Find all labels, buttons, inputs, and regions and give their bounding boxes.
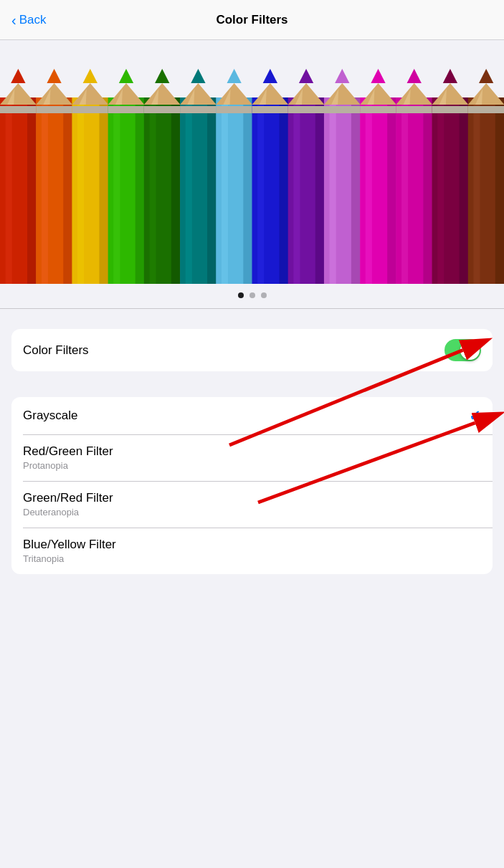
svg-marker-61 <box>299 69 313 83</box>
pencils-image <box>0 40 504 284</box>
svg-marker-19 <box>83 69 98 83</box>
svg-marker-73 <box>360 83 396 105</box>
svg-rect-93 <box>495 97 504 284</box>
filter-sublabel-1: Protanopia <box>23 460 481 471</box>
svg-marker-66 <box>324 83 361 105</box>
svg-rect-64 <box>330 97 336 284</box>
filter-option-1[interactable]: Red/Green FilterProtanopia <box>11 434 493 481</box>
page-dot-1[interactable] <box>238 292 244 298</box>
svg-marker-17 <box>72 83 108 105</box>
svg-marker-40 <box>191 69 205 83</box>
svg-rect-92 <box>473 97 480 284</box>
svg-rect-29 <box>149 97 156 284</box>
svg-rect-76 <box>360 106 396 113</box>
color-filters-label: Color Filters <box>23 343 89 358</box>
svg-rect-79 <box>423 97 432 284</box>
svg-rect-86 <box>460 97 469 284</box>
svg-rect-90 <box>432 106 469 113</box>
svg-marker-45 <box>216 83 252 105</box>
filter-label-0: Grayscale <box>23 409 469 423</box>
svg-marker-94 <box>468 83 504 105</box>
svg-rect-6 <box>0 106 37 113</box>
svg-marker-12 <box>47 69 61 83</box>
back-button[interactable]: ‹ Back <box>11 13 46 27</box>
navigation-bar: ‹ Back Color Filters <box>0 0 504 40</box>
svg-marker-80 <box>396 83 432 105</box>
back-chevron-icon: ‹ <box>11 13 16 27</box>
filter-label-2: Green/Red Filter <box>23 491 481 505</box>
svg-rect-58 <box>315 97 325 284</box>
svg-marker-87 <box>432 83 469 105</box>
svg-rect-85 <box>437 97 444 284</box>
svg-rect-72 <box>387 97 396 284</box>
svg-rect-8 <box>42 97 48 284</box>
page-dot-2[interactable] <box>249 292 255 298</box>
svg-rect-13 <box>36 106 72 113</box>
svg-rect-27 <box>108 106 145 113</box>
svg-marker-75 <box>371 69 385 83</box>
filter-sublabel-2: Deuteranopia <box>23 507 481 518</box>
svg-marker-24 <box>108 83 145 105</box>
svg-rect-41 <box>180 106 217 113</box>
svg-rect-2 <box>27 97 37 284</box>
svg-rect-16 <box>99 97 108 284</box>
toggle-thumb <box>460 340 480 360</box>
svg-rect-34 <box>144 106 181 113</box>
settings-area: Color Filters Grayscale✓Red/Green Filter… <box>0 329 504 574</box>
filter-label-1: Red/Green Filter <box>23 444 481 459</box>
spacer <box>0 309 504 323</box>
svg-marker-10 <box>36 83 72 105</box>
color-filters-section: Color Filters <box>11 329 493 371</box>
svg-rect-62 <box>288 106 325 113</box>
filter-sublabel-3: Tritanopia <box>23 553 481 564</box>
svg-rect-44 <box>243 97 252 284</box>
checkmark-icon-0: ✓ <box>469 407 481 424</box>
filter-option-2[interactable]: Green/Red FilterDeuteranopia <box>11 481 493 528</box>
color-filters-toggle[interactable] <box>444 339 481 361</box>
color-filters-row: Color Filters <box>11 329 493 371</box>
svg-rect-48 <box>216 106 252 113</box>
filter-label-3: Blue/Yellow Filter <box>23 538 481 552</box>
svg-marker-59 <box>288 83 325 105</box>
svg-marker-82 <box>407 69 422 83</box>
filter-options-section: Grayscale✓Red/Green FilterProtanopiaGree… <box>11 397 493 574</box>
svg-rect-15 <box>77 97 84 284</box>
page-indicators <box>0 284 504 308</box>
svg-rect-71 <box>366 97 372 284</box>
svg-rect-23 <box>135 97 145 284</box>
svg-rect-83 <box>396 106 432 113</box>
svg-rect-97 <box>468 106 504 113</box>
svg-rect-69 <box>324 106 361 113</box>
svg-marker-89 <box>443 69 457 83</box>
svg-rect-51 <box>280 97 289 284</box>
svg-rect-1 <box>6 97 12 284</box>
svg-marker-26 <box>119 69 133 83</box>
svg-marker-31 <box>144 83 181 105</box>
svg-rect-57 <box>293 97 300 284</box>
svg-rect-37 <box>207 97 217 284</box>
svg-rect-65 <box>351 97 361 284</box>
svg-rect-43 <box>222 97 228 284</box>
svg-marker-54 <box>263 69 277 83</box>
svg-marker-5 <box>11 69 25 83</box>
svg-marker-38 <box>180 83 217 105</box>
svg-rect-50 <box>257 97 264 284</box>
svg-rect-22 <box>113 97 120 284</box>
svg-marker-52 <box>252 83 289 105</box>
svg-rect-55 <box>252 106 289 113</box>
filter-option-3[interactable]: Blue/Yellow FilterTritanopia <box>11 528 493 574</box>
back-label: Back <box>19 13 47 27</box>
page-dot-3[interactable] <box>261 292 267 298</box>
svg-rect-30 <box>171 97 181 284</box>
svg-marker-33 <box>155 69 169 83</box>
svg-marker-47 <box>227 69 242 83</box>
svg-rect-20 <box>72 106 108 113</box>
spacer2 <box>0 377 504 391</box>
svg-marker-68 <box>335 69 349 83</box>
filter-option-0[interactable]: Grayscale✓ <box>11 397 493 434</box>
svg-rect-9 <box>63 97 72 284</box>
svg-marker-3 <box>0 83 37 105</box>
svg-rect-36 <box>186 97 192 284</box>
svg-rect-78 <box>401 97 408 284</box>
svg-marker-96 <box>479 69 493 83</box>
